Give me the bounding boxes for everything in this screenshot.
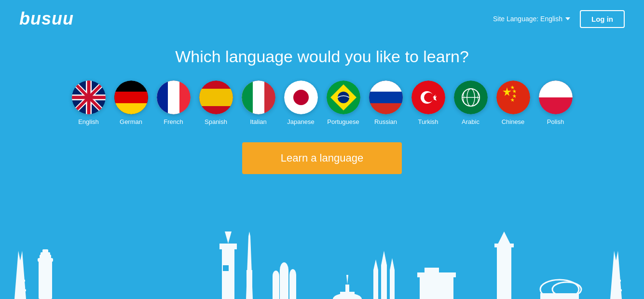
svg-rect-13	[114, 103, 148, 114]
flag-spanish	[199, 81, 233, 114]
header: busuu Site Language: English Log in	[0, 0, 644, 38]
svg-marker-86	[373, 259, 378, 270]
language-label-french: French	[164, 118, 183, 125]
svg-point-74	[289, 269, 296, 281]
svg-rect-81	[381, 265, 387, 299]
flag-japanese	[284, 81, 318, 114]
svg-rect-56	[539, 81, 573, 97]
language-item-spanish[interactable]: Spanish	[199, 81, 233, 125]
language-item-portuguese[interactable]: Portuguese	[327, 81, 360, 125]
svg-point-27	[293, 90, 309, 105]
language-item-turkish[interactable]: Turkish	[411, 81, 445, 125]
svg-rect-94	[425, 268, 439, 272]
language-item-chinese[interactable]: Chinese	[496, 81, 530, 125]
svg-rect-20	[199, 89, 233, 106]
svg-rect-90	[426, 275, 432, 299]
svg-rect-59	[16, 280, 25, 282]
svg-rect-35	[369, 81, 403, 92]
language-label-polish: Polish	[547, 118, 564, 125]
svg-point-39	[424, 93, 434, 102]
svg-rect-103	[611, 289, 622, 291]
language-item-russian[interactable]: Russian	[369, 81, 403, 125]
svg-rect-89	[420, 275, 425, 299]
svg-point-76	[273, 271, 279, 281]
flag-chinese	[496, 81, 530, 114]
svg-rect-17	[157, 81, 168, 114]
chevron-down-icon	[565, 17, 570, 20]
login-button[interactable]: Log in	[580, 10, 625, 28]
svg-rect-64	[42, 249, 48, 253]
language-item-japanese[interactable]: Japanese	[284, 81, 318, 125]
svg-point-31	[338, 92, 349, 103]
svg-rect-79	[340, 292, 355, 294]
header-right: Site Language: English Log in	[493, 10, 625, 28]
svg-rect-24	[242, 81, 253, 114]
language-item-german[interactable]: German	[114, 81, 148, 125]
flag-russian	[369, 81, 403, 114]
learn-language-button[interactable]: Learn a language	[242, 142, 402, 174]
svg-rect-68	[223, 265, 229, 271]
language-label-english: English	[78, 118, 99, 125]
flag-portuguese	[327, 81, 360, 114]
flag-french	[157, 81, 191, 114]
svg-rect-101	[540, 293, 579, 299]
svg-point-72	[280, 262, 288, 278]
language-label-spanish: Spanish	[205, 118, 227, 125]
flag-italian	[242, 81, 275, 114]
flag-arabic	[454, 81, 488, 114]
svg-rect-58	[15, 289, 26, 291]
svg-rect-97	[499, 260, 509, 263]
language-label-german: German	[120, 118, 142, 125]
svg-marker-57	[14, 251, 26, 299]
svg-rect-48	[496, 81, 530, 114]
svg-rect-65	[222, 246, 234, 299]
svg-rect-62	[40, 255, 51, 258]
svg-rect-98	[494, 244, 514, 247]
svg-marker-102	[610, 251, 622, 299]
svg-rect-91	[433, 275, 439, 299]
language-label-arabic: Arabic	[462, 118, 480, 125]
svg-rect-104	[612, 280, 621, 282]
language-item-english[interactable]: English	[72, 81, 106, 125]
language-label-portuguese: Portuguese	[327, 118, 359, 125]
site-language-selector[interactable]: Site Language: English	[493, 15, 570, 23]
svg-rect-60	[39, 260, 52, 299]
language-item-french[interactable]: French	[157, 81, 191, 125]
language-item-italian[interactable]: Italian	[242, 81, 275, 125]
language-label-italian: Italian	[250, 118, 267, 125]
language-item-polish[interactable]: Polish	[539, 81, 573, 125]
svg-rect-93	[447, 275, 452, 299]
logo: busuu	[19, 9, 74, 29]
language-label-turkish: Turkish	[418, 118, 438, 125]
flag-turkish	[411, 81, 445, 114]
svg-rect-61	[38, 258, 53, 262]
main-content: Which language would you like to learn?	[0, 38, 644, 189]
language-label-russian: Russian	[374, 118, 397, 125]
svg-rect-66	[219, 244, 237, 249]
svg-marker-80	[346, 275, 348, 285]
headline: Which language would you like to learn?	[175, 47, 469, 66]
language-label-japanese: Japanese	[287, 118, 314, 125]
svg-rect-70	[247, 270, 252, 299]
svg-marker-67	[225, 231, 232, 244]
svg-rect-92	[440, 275, 446, 299]
svg-rect-85	[373, 270, 378, 299]
flag-polish	[539, 81, 573, 114]
svg-marker-84	[390, 258, 395, 270]
svg-marker-82	[381, 251, 387, 265]
language-item-arabic[interactable]: Arabic	[454, 81, 488, 125]
flag-german	[114, 81, 148, 114]
svg-rect-95	[497, 246, 511, 299]
skyline-decoration	[0, 222, 644, 299]
flag-english	[72, 81, 106, 114]
svg-rect-12	[114, 92, 148, 103]
language-label-chinese: Chinese	[502, 118, 525, 125]
svg-rect-83	[390, 270, 395, 299]
site-language-label: Site Language: English	[493, 15, 562, 23]
languages-row: English German	[72, 81, 573, 125]
